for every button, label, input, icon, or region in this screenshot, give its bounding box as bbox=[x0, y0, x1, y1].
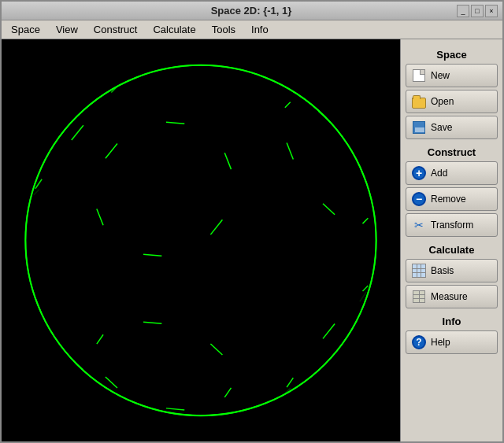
open-button[interactable]: Open bbox=[406, 90, 498, 113]
menu-tools[interactable]: Tools bbox=[206, 22, 242, 37]
help-icon: ? bbox=[411, 334, 427, 350]
menu-info[interactable]: Info bbox=[245, 22, 275, 37]
main-window: Space 2D: {-1, 1} _ □ × Space View Const… bbox=[0, 0, 504, 443]
main-canvas bbox=[2, 39, 400, 441]
remove-button[interactable]: − Remove bbox=[406, 187, 498, 211]
help-button[interactable]: ? Help bbox=[406, 330, 498, 354]
open-icon bbox=[411, 94, 427, 109]
basis-icon bbox=[411, 263, 427, 279]
menubar: Space View Construct Calculate Tools Inf… bbox=[2, 20, 502, 39]
new-icon bbox=[411, 68, 427, 83]
save-button[interactable]: Save bbox=[406, 116, 498, 139]
menu-view[interactable]: View bbox=[50, 22, 84, 37]
save-icon bbox=[411, 120, 427, 135]
section-calculate-label: Calculate bbox=[406, 244, 498, 256]
canvas-area bbox=[2, 39, 400, 441]
section-space-label: Space bbox=[406, 49, 498, 61]
sidebar: Space New Open Save Construct bbox=[400, 39, 502, 441]
window-title: Space 2D: {-1, 1} bbox=[46, 5, 457, 17]
transform-button[interactable]: ✂ Transform bbox=[406, 213, 498, 237]
minimize-button[interactable]: _ bbox=[457, 5, 469, 17]
add-button[interactable]: + Add bbox=[406, 161, 498, 185]
main-area: Space New Open Save Construct bbox=[2, 39, 502, 441]
transform-icon: ✂ bbox=[411, 217, 427, 233]
section-construct-label: Construct bbox=[406, 146, 498, 158]
menu-space[interactable]: Space bbox=[5, 22, 46, 37]
maximize-button[interactable]: □ bbox=[471, 5, 484, 17]
measure-button[interactable]: Measure bbox=[406, 285, 498, 308]
close-button[interactable]: × bbox=[485, 5, 498, 17]
add-icon: + bbox=[411, 165, 427, 181]
section-info-label: Info bbox=[406, 316, 498, 327]
menu-construct[interactable]: Construct bbox=[87, 22, 144, 37]
basis-button[interactable]: Basis bbox=[406, 259, 498, 282]
window-controls: _ □ × bbox=[457, 5, 498, 17]
titlebar: Space 2D: {-1, 1} _ □ × bbox=[2, 2, 502, 20]
measure-icon bbox=[411, 289, 427, 305]
remove-icon: − bbox=[411, 191, 427, 207]
new-button[interactable]: New bbox=[406, 64, 498, 87]
menu-calculate[interactable]: Calculate bbox=[146, 22, 202, 37]
